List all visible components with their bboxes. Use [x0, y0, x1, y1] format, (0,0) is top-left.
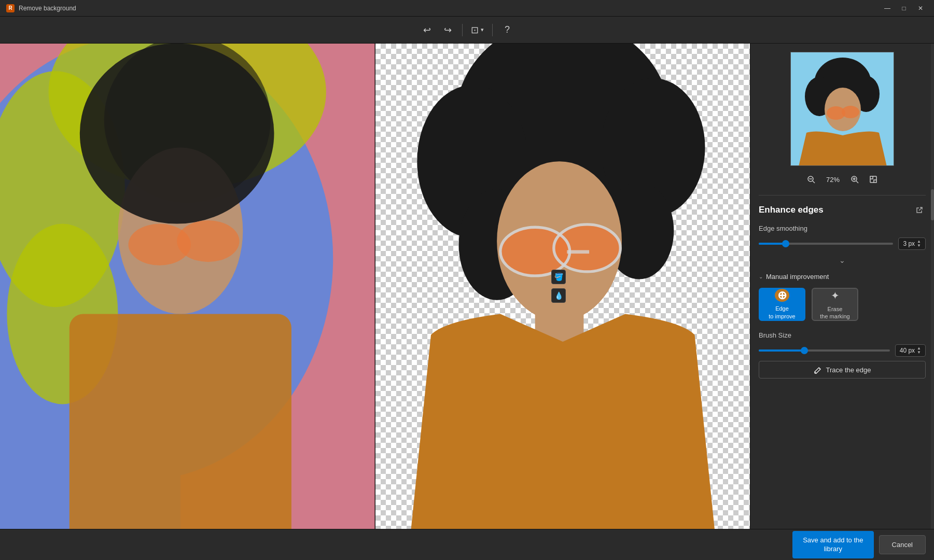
trace-edge-label: Trace the edge [826, 366, 871, 374]
edge-plus-icon: ⊕ [775, 289, 789, 302]
app-icon: R [6, 4, 15, 12]
edge-smoothing-slider[interactable] [759, 243, 893, 245]
canvas-left[interactable] [0, 44, 375, 529]
toolbar-separator-1 [462, 24, 463, 36]
close-button[interactable]: ✕ [913, 3, 928, 13]
erase-icon: ✦ [831, 289, 840, 302]
manual-improvement-header[interactable]: ⌄ Manual improvement [759, 273, 926, 281]
brush-size-value: 40 px [900, 347, 915, 354]
edge-smoothing-label: Edge smoothing [759, 225, 926, 232]
minimize-button[interactable]: — [880, 3, 895, 13]
edge-smoothing-decrement[interactable]: ▼ [917, 244, 921, 248]
svg-line-56 [919, 207, 922, 211]
bottom-bar: Save and add to the library Cancel [0, 529, 934, 560]
edge-smoothing-value: 3 px [903, 240, 915, 247]
edge-smoothing-thumb[interactable] [782, 240, 789, 247]
trace-edge-button[interactable]: Trace the edge [759, 361, 926, 379]
erase-btn-label: Erasethe marking [820, 305, 849, 320]
erase-marking-button[interactable]: ✦ Erasethe marking [812, 288, 858, 321]
crop-dropdown-button[interactable]: ⊡ ▾ [468, 22, 487, 38]
enhance-section: Enhance edges Edge smoothing [750, 195, 934, 529]
window-controls: — □ ✕ [880, 3, 928, 13]
help-button[interactable]: ? [498, 21, 517, 39]
title-bar: R Remove background — □ ✕ [0, 0, 934, 17]
zoom-in-button[interactable] [847, 172, 862, 187]
manual-improvement-label: Manual improvement [766, 273, 829, 281]
edge-btn-label: Edgeto improve [769, 305, 795, 320]
brush-size-slider[interactable] [759, 349, 890, 352]
svg-line-44 [813, 181, 815, 183]
edge-smoothing-value-box: 3 px ▲ ▼ [898, 237, 926, 250]
brush-size-row: 40 px ▲ ▼ [759, 344, 926, 357]
preview-svg [791, 52, 894, 166]
preview-thumbnail [790, 52, 894, 166]
svg-line-57 [819, 368, 820, 369]
zoom-out-button[interactable] [804, 172, 818, 187]
scroll-thumb [931, 189, 934, 220]
paint-bucket-tool[interactable]: 🪣 [551, 270, 566, 284]
preview-area: 72% [750, 44, 934, 195]
brush-size-label: Brush Size [759, 331, 926, 339]
title-bar-title: Remove background [19, 5, 880, 12]
svg-rect-51 [874, 180, 876, 183]
right-panel-inner: 72% [750, 44, 934, 529]
brush-size-stepper: ▲ ▼ [917, 346, 921, 355]
svg-line-47 [856, 181, 858, 183]
cancel-button-label: Cancel [892, 541, 913, 549]
collapse-button[interactable]: ⌄ [835, 254, 849, 267]
edge-smoothing-row: 3 px ▲ ▼ [759, 237, 926, 250]
enhance-title: Enhance edges [759, 205, 824, 215]
canvas-area: 🪣 💧 [0, 44, 750, 529]
crop-icon: ⊡ [471, 24, 479, 36]
toolbar: ↩ ↪ ⊡ ▾ ? [0, 17, 934, 44]
brush-size-thumb[interactable] [801, 347, 808, 354]
svg-point-12 [80, 44, 274, 224]
right-panel: 72% [750, 44, 934, 529]
edge-smoothing-stepper: ▲ ▼ [917, 240, 921, 248]
collapse-row: ⌄ [759, 254, 926, 267]
cancel-button[interactable]: Cancel [879, 535, 926, 554]
crop-dropdown-arrow: ▾ [481, 26, 484, 33]
zoom-fit-button[interactable] [866, 172, 881, 187]
svg-rect-13 [69, 314, 291, 529]
left-canvas-art [0, 44, 375, 529]
brush-size-fill [759, 349, 804, 352]
svg-point-41 [842, 106, 859, 118]
brush-size-value-box: 40 px ▲ ▼ [895, 344, 926, 357]
svg-point-15 [177, 220, 239, 262]
dropper-tool[interactable]: 💧 [551, 288, 566, 303]
redo-button[interactable]: ↪ [438, 21, 457, 39]
zoom-value: 72% [823, 176, 843, 184]
save-button[interactable]: Save and add to the library [792, 531, 873, 559]
save-button-label: Save and add to the library [803, 536, 863, 553]
main-area: 🪣 💧 [0, 44, 934, 529]
undo-button[interactable]: ↩ [417, 21, 436, 39]
tool-buttons: ⊕ Edgeto improve ✦ Erasethe marking [759, 288, 926, 321]
brush-size-decrement[interactable]: ▼ [917, 351, 921, 355]
scroll-indicator [931, 44, 934, 529]
manual-chevron-icon: ⌄ [759, 274, 763, 279]
toolbar-separator-2 [492, 24, 493, 36]
external-link-button[interactable] [913, 204, 926, 216]
maximize-button[interactable]: □ [897, 3, 911, 13]
svg-rect-50 [870, 176, 873, 179]
zoom-controls: 72% [804, 172, 881, 187]
enhance-header: Enhance edges [759, 204, 926, 216]
edge-to-improve-button[interactable]: ⊕ Edgeto improve [759, 288, 805, 321]
pencil-icon [814, 366, 822, 374]
